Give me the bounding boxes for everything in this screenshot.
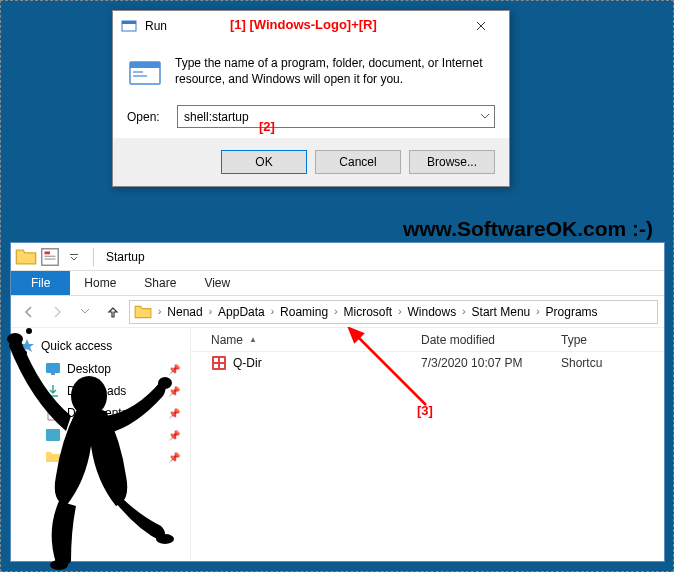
column-header-name[interactable]: Name ▲ [191, 333, 421, 347]
close-button[interactable] [461, 12, 501, 40]
pin-icon: 📌 [168, 452, 180, 463]
qat-dropdown-icon[interactable] [63, 246, 85, 268]
pin-icon: 📌 [168, 430, 180, 441]
sidebar-item-desktop[interactable]: Desktop 📌 [11, 358, 190, 380]
file-list: Name ▲ Date modified Type Q-Dir 7/3/2020… [191, 328, 664, 561]
sidebar-item-folder[interactable]: SE 📌 [11, 446, 190, 468]
cancel-button[interactable]: Cancel [315, 150, 401, 174]
explorer-title: Startup [106, 250, 145, 264]
explorer-titlebar[interactable]: Startup [11, 243, 664, 271]
documents-icon [45, 405, 61, 421]
chevron-right-icon[interactable]: › [394, 306, 405, 317]
watermark-text: www.SoftwareOK.com :-) [403, 217, 653, 241]
pin-icon: 📌 [168, 386, 180, 397]
dropdown-button[interactable] [476, 106, 494, 127]
star-icon [19, 338, 35, 354]
browse-button[interactable]: Browse... [409, 150, 495, 174]
folder-icon [45, 449, 61, 465]
sidebar-item-label: Pictures [67, 428, 110, 442]
run-title: Run [145, 19, 461, 33]
ribbon-file-tab[interactable]: File [11, 271, 70, 295]
recent-dropdown[interactable] [73, 300, 97, 324]
sidebar-item-documents[interactable]: Documents 📌 [11, 402, 190, 424]
properties-icon[interactable] [39, 246, 61, 268]
run-program-icon [127, 55, 163, 91]
ribbon-share-tab[interactable]: Share [130, 271, 190, 295]
folder-icon[interactable] [15, 246, 37, 268]
svg-rect-15 [214, 358, 218, 362]
column-header-date[interactable]: Date modified [421, 333, 561, 347]
up-button[interactable] [101, 300, 125, 324]
svg-rect-7 [45, 251, 51, 254]
explorer-window: Startup File Home Share View › Nenad › A… [10, 242, 665, 562]
quick-access-label: Quick access [41, 339, 112, 353]
svg-rect-16 [220, 358, 224, 362]
chevron-right-icon[interactable]: › [267, 306, 278, 317]
ribbon-view-tab[interactable]: View [190, 271, 244, 295]
sort-ascending-icon: ▲ [249, 335, 257, 344]
svg-rect-13 [46, 429, 60, 441]
breadcrumb[interactable]: › Nenad › AppData › Roaming › Microsoft … [129, 300, 658, 324]
sidebar-item-label: Documents [67, 406, 128, 420]
svg-rect-10 [70, 254, 78, 255]
column-header-type[interactable]: Type [561, 333, 664, 347]
sidebar-quick-access[interactable]: Quick access [11, 334, 190, 358]
back-button[interactable] [17, 300, 41, 324]
breadcrumb-folder-icon [134, 303, 152, 321]
svg-rect-1 [122, 21, 136, 24]
breadcrumb-segment[interactable]: Nenad [165, 305, 204, 319]
breadcrumb-segment[interactable]: Start Menu [470, 305, 533, 319]
run-description: Type the name of a program, folder, docu… [175, 55, 495, 91]
chevron-right-icon[interactable]: › [532, 306, 543, 317]
breadcrumb-segment[interactable]: Roaming [278, 305, 330, 319]
svg-rect-3 [130, 62, 160, 68]
chevron-right-icon[interactable]: › [205, 306, 216, 317]
pin-icon: 📌 [168, 364, 180, 375]
breadcrumb-segment[interactable]: Programs [544, 305, 600, 319]
svg-rect-9 [45, 258, 56, 259]
pin-icon: 📌 [168, 408, 180, 419]
svg-rect-12 [51, 373, 55, 375]
sidebar: Quick access Desktop 📌 Downloads 📌 Docum… [11, 328, 191, 561]
sidebar-item-label: Desktop [67, 362, 111, 376]
file-type: Shortcu [561, 356, 664, 370]
breadcrumb-segment[interactable]: Windows [406, 305, 459, 319]
breadcrumb-segment[interactable]: AppData [216, 305, 267, 319]
svg-rect-8 [45, 255, 56, 256]
run-input[interactable] [177, 105, 495, 128]
open-label: Open: [127, 110, 167, 124]
file-date: 7/3/2020 10:07 PM [421, 356, 561, 370]
svg-rect-4 [133, 71, 143, 73]
chevron-right-icon[interactable]: › [330, 306, 341, 317]
chevron-right-icon[interactable]: › [154, 306, 165, 317]
desktop-icon [45, 361, 61, 377]
svg-rect-11 [46, 363, 60, 373]
ribbon-home-tab[interactable]: Home [70, 271, 130, 295]
run-app-icon [121, 18, 137, 34]
svg-rect-5 [133, 75, 147, 77]
pictures-icon [45, 427, 61, 443]
sidebar-item-label: Downloads [67, 384, 126, 398]
file-name: Q-Dir [233, 356, 262, 370]
run-titlebar[interactable]: Run [113, 11, 509, 41]
sidebar-item-label: SE [67, 450, 83, 464]
breadcrumb-segment[interactable]: Microsoft [341, 305, 394, 319]
run-dialog: Run Type the name of a program, folder, … [112, 10, 510, 187]
downloads-icon [45, 383, 61, 399]
sidebar-item-pictures[interactable]: Pictures 📌 [11, 424, 190, 446]
forward-button[interactable] [45, 300, 69, 324]
ok-button[interactable]: OK [221, 150, 307, 174]
shortcut-icon [211, 355, 227, 371]
sidebar-item-downloads[interactable]: Downloads 📌 [11, 380, 190, 402]
file-row[interactable]: Q-Dir 7/3/2020 10:07 PM Shortcu [191, 352, 664, 374]
chevron-right-icon[interactable]: › [458, 306, 469, 317]
svg-rect-17 [214, 364, 218, 368]
svg-rect-18 [220, 364, 224, 368]
